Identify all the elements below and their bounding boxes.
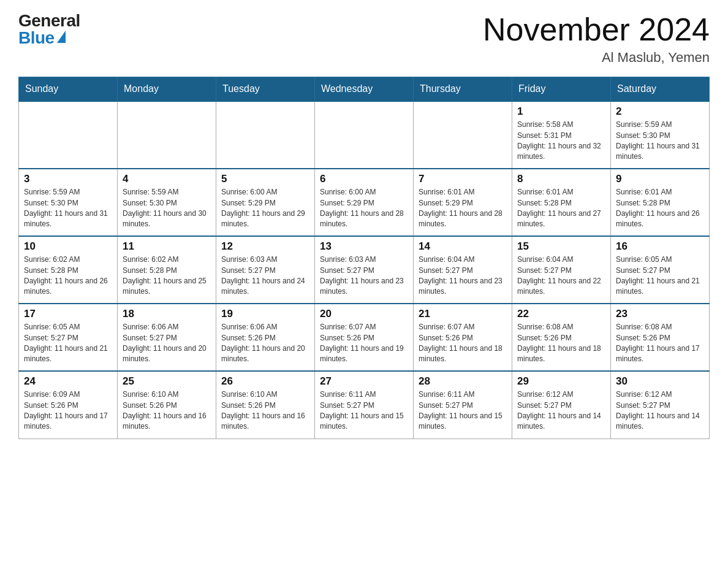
day-number: 30 — [616, 375, 704, 388]
weekday-header-saturday: Saturday — [611, 77, 710, 102]
calendar-cell — [19, 101, 118, 169]
calendar-cell — [414, 101, 512, 169]
weekday-header-row: SundayMondayTuesdayWednesdayThursdayFrid… — [19, 77, 710, 102]
day-info: Sunrise: 5:59 AM Sunset: 5:30 PM Dayligh… — [616, 120, 704, 163]
title-block: November 2024 Al Maslub, Yemen — [483, 12, 710, 66]
calendar-cell: 11Sunrise: 6:02 AM Sunset: 5:28 PM Dayli… — [118, 236, 216, 304]
calendar-cell: 6Sunrise: 6:00 AM Sunset: 5:29 PM Daylig… — [315, 169, 414, 236]
day-number: 9 — [616, 173, 704, 185]
page-header: General Blue November 2024 Al Maslub, Ye… — [18, 12, 710, 66]
day-info: Sunrise: 6:05 AM Sunset: 5:27 PM Dayligh… — [616, 255, 704, 297]
day-info: Sunrise: 6:00 AM Sunset: 5:29 PM Dayligh… — [221, 187, 309, 230]
day-number: 19 — [221, 308, 309, 320]
calendar-cell — [118, 101, 216, 169]
day-info: Sunrise: 6:07 AM Sunset: 5:26 PM Dayligh… — [419, 322, 507, 365]
day-number: 20 — [320, 308, 408, 320]
day-number: 24 — [24, 375, 112, 388]
logo-general-text: General — [18, 12, 80, 29]
day-info: Sunrise: 6:06 AM Sunset: 5:27 PM Dayligh… — [123, 322, 211, 365]
day-info: Sunrise: 6:01 AM Sunset: 5:28 PM Dayligh… — [616, 187, 704, 230]
calendar-cell: 5Sunrise: 6:00 AM Sunset: 5:29 PM Daylig… — [216, 169, 315, 236]
day-info: Sunrise: 6:04 AM Sunset: 5:27 PM Dayligh… — [517, 255, 605, 297]
calendar-cell: 12Sunrise: 6:03 AM Sunset: 5:27 PM Dayli… — [216, 236, 315, 304]
day-number: 15 — [517, 240, 605, 253]
week-row-3: 10Sunrise: 6:02 AM Sunset: 5:28 PM Dayli… — [19, 236, 710, 304]
day-info: Sunrise: 6:10 AM Sunset: 5:26 PM Dayligh… — [123, 389, 211, 432]
calendar-cell: 2Sunrise: 5:59 AM Sunset: 5:30 PM Daylig… — [611, 101, 710, 169]
calendar-cell: 23Sunrise: 6:08 AM Sunset: 5:26 PM Dayli… — [611, 304, 710, 371]
day-info: Sunrise: 5:59 AM Sunset: 5:30 PM Dayligh… — [123, 187, 211, 230]
calendar-cell: 22Sunrise: 6:08 AM Sunset: 5:26 PM Dayli… — [512, 304, 611, 371]
calendar-cell: 4Sunrise: 5:59 AM Sunset: 5:30 PM Daylig… — [118, 169, 216, 236]
calendar-cell: 21Sunrise: 6:07 AM Sunset: 5:26 PM Dayli… — [414, 304, 512, 371]
calendar-cell: 29Sunrise: 6:12 AM Sunset: 5:27 PM Dayli… — [512, 371, 611, 439]
weekday-header-friday: Friday — [512, 77, 611, 102]
weekday-header-thursday: Thursday — [414, 77, 512, 102]
day-number: 28 — [419, 375, 507, 388]
calendar-cell: 3Sunrise: 5:59 AM Sunset: 5:30 PM Daylig… — [19, 169, 118, 236]
day-number: 22 — [517, 308, 605, 320]
calendar-cell: 13Sunrise: 6:03 AM Sunset: 5:27 PM Dayli… — [315, 236, 414, 304]
weekday-header-monday: Monday — [118, 77, 216, 102]
calendar-cell: 26Sunrise: 6:10 AM Sunset: 5:26 PM Dayli… — [216, 371, 315, 439]
day-info: Sunrise: 6:12 AM Sunset: 5:27 PM Dayligh… — [517, 389, 605, 432]
day-number: 17 — [24, 308, 112, 320]
day-number: 27 — [320, 375, 408, 388]
day-info: Sunrise: 6:01 AM Sunset: 5:29 PM Dayligh… — [419, 187, 507, 230]
day-number: 11 — [123, 240, 211, 253]
day-info: Sunrise: 6:10 AM Sunset: 5:26 PM Dayligh… — [221, 389, 309, 432]
day-info: Sunrise: 6:04 AM Sunset: 5:27 PM Dayligh… — [419, 255, 507, 297]
day-number: 4 — [123, 173, 211, 185]
day-info: Sunrise: 6:01 AM Sunset: 5:28 PM Dayligh… — [517, 187, 605, 230]
week-row-5: 24Sunrise: 6:09 AM Sunset: 5:26 PM Dayli… — [19, 371, 710, 439]
logo-triangle-icon — [57, 31, 66, 43]
day-info: Sunrise: 6:02 AM Sunset: 5:28 PM Dayligh… — [24, 255, 112, 297]
calendar-cell: 28Sunrise: 6:11 AM Sunset: 5:27 PM Dayli… — [414, 371, 512, 439]
day-number: 1 — [517, 105, 605, 118]
calendar-cell: 1Sunrise: 5:58 AM Sunset: 5:31 PM Daylig… — [512, 101, 611, 169]
calendar-cell: 30Sunrise: 6:12 AM Sunset: 5:27 PM Dayli… — [611, 371, 710, 439]
day-info: Sunrise: 6:07 AM Sunset: 5:26 PM Dayligh… — [320, 322, 408, 365]
day-number: 14 — [419, 240, 507, 253]
day-info: Sunrise: 6:09 AM Sunset: 5:26 PM Dayligh… — [24, 389, 112, 432]
day-number: 5 — [221, 173, 309, 185]
calendar-cell: 20Sunrise: 6:07 AM Sunset: 5:26 PM Dayli… — [315, 304, 414, 371]
day-info: Sunrise: 6:05 AM Sunset: 5:27 PM Dayligh… — [24, 322, 112, 365]
weekday-header-sunday: Sunday — [19, 77, 118, 102]
calendar-cell: 18Sunrise: 6:06 AM Sunset: 5:27 PM Dayli… — [118, 304, 216, 371]
calendar-cell: 8Sunrise: 6:01 AM Sunset: 5:28 PM Daylig… — [512, 169, 611, 236]
calendar-table: SundayMondayTuesdayWednesdayThursdayFrid… — [18, 77, 710, 439]
day-number: 23 — [616, 308, 704, 320]
calendar-cell: 16Sunrise: 6:05 AM Sunset: 5:27 PM Dayli… — [611, 236, 710, 304]
day-number: 12 — [221, 240, 309, 253]
day-info: Sunrise: 5:58 AM Sunset: 5:31 PM Dayligh… — [517, 120, 605, 163]
day-number: 26 — [221, 375, 309, 388]
calendar-cell: 7Sunrise: 6:01 AM Sunset: 5:29 PM Daylig… — [414, 169, 512, 236]
day-info: Sunrise: 6:03 AM Sunset: 5:27 PM Dayligh… — [221, 255, 309, 297]
calendar-cell: 10Sunrise: 6:02 AM Sunset: 5:28 PM Dayli… — [19, 236, 118, 304]
day-info: Sunrise: 6:00 AM Sunset: 5:29 PM Dayligh… — [320, 187, 408, 230]
calendar-cell: 15Sunrise: 6:04 AM Sunset: 5:27 PM Dayli… — [512, 236, 611, 304]
day-info: Sunrise: 6:11 AM Sunset: 5:27 PM Dayligh… — [320, 389, 408, 432]
calendar-cell: 25Sunrise: 6:10 AM Sunset: 5:26 PM Dayli… — [118, 371, 216, 439]
day-number: 8 — [517, 173, 605, 185]
calendar-cell: 19Sunrise: 6:06 AM Sunset: 5:26 PM Dayli… — [216, 304, 315, 371]
day-info: Sunrise: 5:59 AM Sunset: 5:30 PM Dayligh… — [24, 187, 112, 230]
calendar-cell: 27Sunrise: 6:11 AM Sunset: 5:27 PM Dayli… — [315, 371, 414, 439]
day-number: 3 — [24, 173, 112, 185]
week-row-4: 17Sunrise: 6:05 AM Sunset: 5:27 PM Dayli… — [19, 304, 710, 371]
day-number: 21 — [419, 308, 507, 320]
week-row-2: 3Sunrise: 5:59 AM Sunset: 5:30 PM Daylig… — [19, 169, 710, 236]
main-title: November 2024 — [483, 12, 710, 47]
week-row-1: 1Sunrise: 5:58 AM Sunset: 5:31 PM Daylig… — [19, 101, 710, 169]
day-number: 2 — [616, 105, 704, 118]
day-number: 13 — [320, 240, 408, 253]
day-number: 25 — [123, 375, 211, 388]
weekday-header-wednesday: Wednesday — [315, 77, 414, 102]
day-info: Sunrise: 6:12 AM Sunset: 5:27 PM Dayligh… — [616, 389, 704, 432]
day-info: Sunrise: 6:02 AM Sunset: 5:28 PM Dayligh… — [123, 255, 211, 297]
day-info: Sunrise: 6:08 AM Sunset: 5:26 PM Dayligh… — [616, 322, 704, 365]
calendar-cell: 17Sunrise: 6:05 AM Sunset: 5:27 PM Dayli… — [19, 304, 118, 371]
day-number: 7 — [419, 173, 507, 185]
subtitle: Al Maslub, Yemen — [483, 50, 710, 66]
